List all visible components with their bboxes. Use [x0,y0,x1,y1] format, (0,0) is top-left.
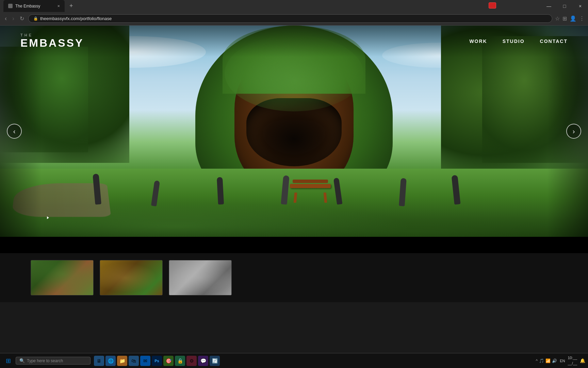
lock-icon: 🔒 [33,16,38,21]
taskbar-search-box[interactable]: 🔍 Type here to search [16,357,91,365]
taskbar-icon-store[interactable]: 🛍 [129,356,139,366]
person-7 [453,175,459,204]
taskbar-icon-app3[interactable]: ⚙ [186,356,197,366]
tray-icon-2[interactable]: 🎵 [539,358,544,363]
new-tab-button[interactable]: + [67,2,76,10]
tab-close-icon[interactable]: × [57,3,60,9]
nav-contact[interactable]: CONTACT [540,39,568,44]
person-1 [94,174,100,204]
notification-button[interactable]: 🔔 [580,358,585,363]
tray-icon-4[interactable]: 🔊 [552,358,557,363]
site-logo[interactable]: THE EMBASSY [20,33,84,49]
prev-arrow-icon: ‹ [13,127,16,135]
back-button[interactable]: ‹ [3,15,8,22]
person-4 [282,175,288,204]
clock[interactable]: 10:__ __/__ [568,355,577,366]
tab-title: The Embassy [15,4,40,9]
menu-icon[interactable]: ⋮ [579,15,585,22]
nav-work[interactable]: WORK [469,39,487,44]
site-nav-links: WORK STUDIO CONTACT [469,39,568,44]
clock-date: __/__ [568,361,577,366]
tab-active[interactable]: The Embassy × [3,0,65,12]
taskbar-icon-view[interactable]: 🖥 [94,356,104,366]
taskbar-icon-app2[interactable]: 🔒 [175,356,185,366]
taskbar-icon-app5[interactable]: 🔄 [210,356,220,366]
search-placeholder: Type here to search [27,358,63,363]
next-arrow-icon: › [573,127,575,135]
thumbnail-1[interactable] [31,260,94,295]
prev-slide-button[interactable]: ‹ [7,124,22,139]
person-2 [153,181,158,206]
site-navigation: THE EMBASSY WORK STUDIO CONTACT [0,26,588,57]
search-icon: 🔍 [19,358,25,363]
taskbar-icon-edge[interactable]: 🌐 [105,356,116,366]
thumbnail-3[interactable] [169,260,232,295]
tray-icon-3[interactable]: 📶 [545,358,551,363]
close-button[interactable]: × [572,0,588,12]
next-slide-button[interactable]: › [566,124,581,139]
taskbar-icon-mail[interactable]: ✉ [140,356,150,366]
person-3 [217,177,223,204]
thumbnail-2[interactable] [100,260,163,295]
logo-main: EMBASSY [20,37,84,49]
language-indicator[interactable]: EN [560,359,565,363]
taskbar-icon-app1[interactable]: 🎯 [163,356,174,366]
video-control-bar [0,237,588,253]
taskbar: ⊞ 🔍 Type here to search 🖥 🌐 📁 🛍 ✉ Ps 🎯 🔒… [0,353,588,368]
forward-button[interactable]: › [11,15,16,22]
website-content: THE EMBASSY WORK STUDIO CONTACT [0,26,588,302]
window-controls: — □ × [541,0,588,12]
browser-indicator [489,2,496,9]
taskbar-icon-ps[interactable]: Ps [152,356,162,366]
person-6 [400,178,406,206]
address-bar[interactable]: 🔒 theembassyvfx.com/portfolio/flonase [28,14,552,23]
thumbnail-strip [0,253,588,302]
clock-time: 10:__ [568,355,577,361]
tab-favicon [8,4,13,8]
maximize-button[interactable]: □ [557,0,572,12]
start-button[interactable]: ⊞ [3,355,14,366]
refresh-button[interactable]: ↻ [18,15,26,22]
person-5 [335,178,341,204]
minimize-button[interactable]: — [541,0,557,12]
main-hero-image: ‹ › [0,26,588,237]
taskbar-icon-folder[interactable]: 📁 [117,356,127,366]
system-tray: ^ 🎵 📶 🔊 [536,358,557,363]
address-bar-row: ‹ › ↻ 🔒 theembassyvfx.com/portfolio/flon… [0,12,588,26]
tray-icon-1[interactable]: ^ [536,358,538,363]
taskbar-icons-group: 🖥 🌐 📁 🛍 ✉ Ps 🎯 🔒 ⚙ 💬 🔄 [94,356,220,366]
taskbar-right-section: ^ 🎵 📶 🔊 EN 10:__ __/__ 🔔 [536,355,585,366]
logo-embassy: THE [20,33,84,37]
extensions-icon[interactable]: ⊞ [562,15,567,22]
bookmark-icon[interactable]: ☆ [555,15,560,22]
profile-icon[interactable]: 👤 [570,15,576,22]
park-bench [290,179,331,203]
url-text: theembassyvfx.com/portfolio/flonase [40,16,112,21]
nav-studio[interactable]: STUDIO [503,39,525,44]
taskbar-icon-app4[interactable]: 💬 [198,356,208,366]
